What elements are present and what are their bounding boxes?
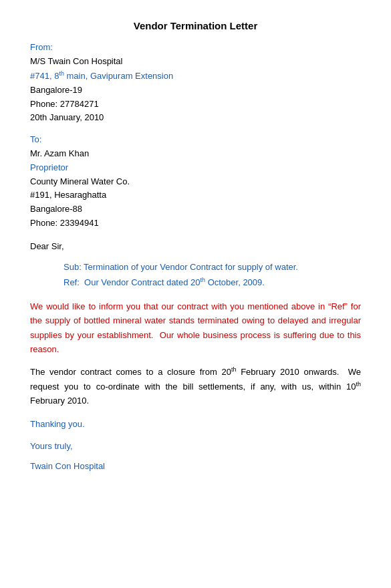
recipient-company: County Mineral Water Co. (30, 175, 361, 189)
yours-truly-line: Yours truly, (30, 440, 361, 454)
body-para1: We would like to inform you that our con… (30, 299, 361, 357)
recipient-name: Mr. Azam Khan (30, 147, 361, 161)
recipient-address: #191, Hesaraghatta (30, 188, 361, 202)
ref-line: Ref: Our Vendor Contract dated 20th Octo… (63, 275, 361, 290)
sender-name: M/S Twain Con Hospital (30, 55, 361, 69)
dear-sir: Dear Sir, (30, 240, 361, 254)
recipient-title: Proprietor (30, 161, 361, 175)
body-para2: The vendor contract comes to a closure f… (30, 365, 361, 408)
sender-date: 20th January, 2010 (30, 111, 361, 125)
sign-name: Twain Con Hospital (30, 460, 361, 474)
sub-line: Sub: Termination of your Vendor Contract… (63, 260, 361, 275)
thanking-line: Thanking you. (30, 418, 361, 432)
sender-address1: #741, 8th main, Gavipuram Extension (30, 69, 361, 84)
sender-phone: Phone: 27784271 (30, 98, 361, 112)
recipient-city: Bangalore-88 (30, 202, 361, 216)
letter-title: Vendor Termination Letter (30, 20, 361, 31)
from-label: From: (30, 41, 361, 55)
recipient-phone: Phone: 23394941 (30, 216, 361, 231)
sender-city: Bangalore-19 (30, 84, 361, 98)
to-label: To: (30, 133, 361, 147)
